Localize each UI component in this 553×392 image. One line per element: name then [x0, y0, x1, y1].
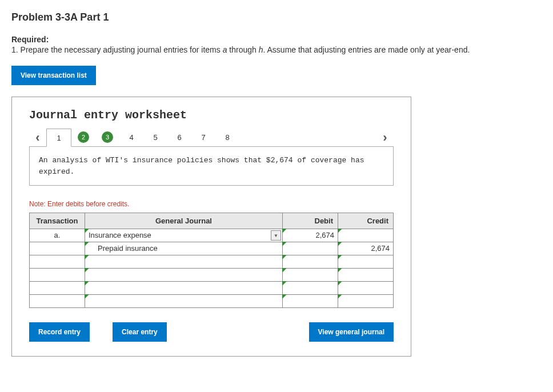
header-credit: Credit [338, 213, 394, 229]
header-transaction: Transaction [30, 213, 85, 229]
account-cell[interactable] [85, 295, 282, 307]
account-cell[interactable]: Prepaid insurance [85, 242, 282, 255]
tx-cell [30, 282, 85, 294]
transaction-description: An analysis of WTI's insurance policies … [29, 146, 394, 186]
table-row [30, 269, 394, 282]
credit-cell[interactable] [338, 282, 393, 294]
req-post: . Assume that adjusting entries are made… [263, 45, 470, 54]
req-pre: 1. Prepare the necessary adjusting journ… [11, 45, 223, 54]
cell-marker-icon [85, 255, 89, 259]
record-entry-button[interactable]: Record entry [29, 322, 90, 342]
table-row [30, 295, 394, 308]
debit-cell[interactable] [283, 242, 338, 255]
cell-marker-icon [282, 268, 287, 273]
cell-marker-icon [338, 294, 342, 299]
tx-cell [30, 255, 85, 268]
cell-marker-icon [85, 281, 89, 286]
cell-marker-icon [85, 294, 89, 299]
table-row: Prepaid insurance2,674 [30, 242, 394, 255]
tab-7[interactable]: 7 [191, 129, 215, 146]
cell-marker-icon [282, 281, 287, 286]
problem-title: Problem 3-3A Part 1 [11, 11, 542, 23]
tab-1[interactable]: 1 [46, 129, 71, 147]
cell-marker-icon [85, 242, 89, 246]
cell-marker-icon [282, 242, 287, 246]
credit-cell[interactable] [338, 229, 393, 242]
cell-marker-icon [338, 229, 342, 233]
cell-marker-icon [85, 268, 89, 273]
cell-marker-icon [282, 229, 287, 233]
required-label: Required: [11, 35, 542, 44]
cell-marker-icon [338, 242, 342, 246]
tx-cell [30, 295, 85, 307]
cell-marker-icon [338, 255, 342, 259]
required-text: 1. Prepare the necessary adjusting journ… [11, 45, 542, 54]
account-cell[interactable] [85, 269, 282, 281]
tx-cell [30, 269, 85, 281]
account-cell[interactable]: Insurance expense [85, 229, 282, 242]
header-debit: Debit [283, 213, 338, 229]
tab-row: ‹ 12345678 › [29, 129, 394, 146]
header-general-journal: General Journal [85, 213, 283, 229]
dropdown-icon[interactable]: ▼ [271, 230, 281, 241]
cell-marker-icon [282, 255, 287, 259]
account-cell[interactable] [85, 255, 282, 268]
req-mid: through [227, 45, 258, 54]
journal-worksheet-panel: Journal entry worksheet ‹ 12345678 › An … [11, 97, 411, 357]
view-transaction-list-button[interactable]: View transaction list [11, 66, 96, 85]
debit-cell[interactable] [283, 295, 338, 307]
table-row: a.Insurance expense▼2,674 [30, 229, 394, 242]
table-row [30, 282, 394, 295]
tab-8[interactable]: 8 [215, 129, 239, 146]
credit-cell[interactable] [338, 255, 393, 268]
tab-2[interactable]: 2 [71, 129, 95, 146]
cell-marker-icon [85, 229, 89, 233]
credit-cell[interactable] [338, 295, 393, 307]
tx-cell: a. [30, 229, 85, 242]
tab-4[interactable]: 4 [119, 129, 143, 146]
prev-tab-chevron[interactable]: ‹ [29, 130, 46, 145]
tab-3[interactable]: 3 [95, 129, 119, 146]
tx-cell [30, 242, 85, 255]
next-tab-chevron[interactable]: › [376, 130, 394, 145]
worksheet-title: Journal entry worksheet [29, 109, 394, 122]
clear-entry-button[interactable]: Clear entry [113, 322, 167, 342]
debit-cell[interactable]: 2,674 [283, 229, 338, 242]
debit-cell[interactable] [283, 282, 338, 294]
journal-table: Transaction General Journal Debit Credit… [29, 213, 394, 308]
cell-marker-icon [338, 268, 342, 273]
cell-marker-icon [338, 281, 342, 286]
cell-marker-icon [282, 294, 287, 299]
credit-cell[interactable]: 2,674 [338, 242, 393, 255]
debit-cell[interactable] [283, 269, 338, 281]
table-row [30, 255, 394, 269]
debit-cell[interactable] [283, 255, 338, 268]
view-general-journal-button[interactable]: View general journal [309, 322, 394, 342]
tab-6[interactable]: 6 [167, 129, 191, 146]
note-text: Note: Enter debits before credits. [29, 200, 394, 208]
req-i2: h [259, 45, 263, 54]
tab-5[interactable]: 5 [143, 129, 167, 146]
account-cell[interactable] [85, 282, 282, 294]
credit-cell[interactable] [338, 269, 393, 281]
